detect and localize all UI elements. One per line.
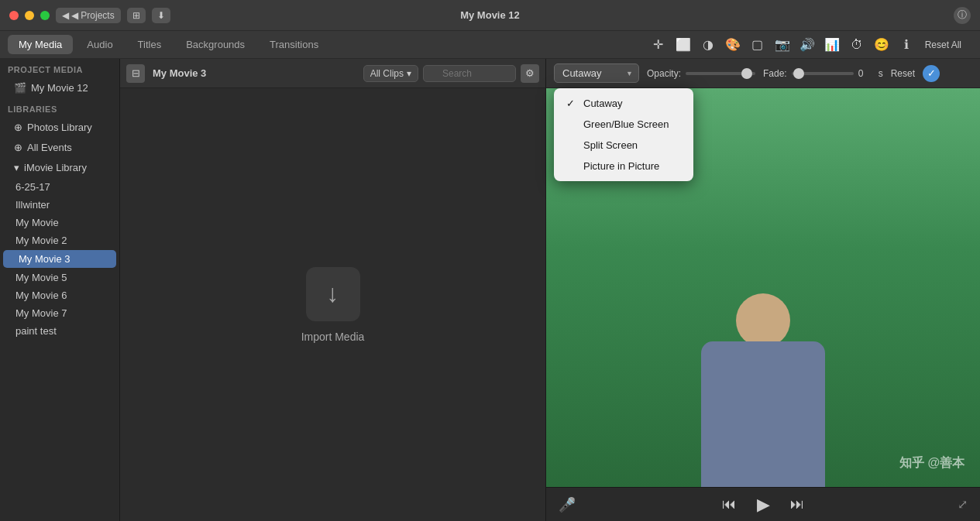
watermark: 知乎 @善本	[899, 455, 965, 471]
opacity-slider[interactable]	[686, 72, 755, 75]
clips-dropdown-label: All Clips	[370, 68, 404, 79]
search-input[interactable]	[423, 65, 516, 82]
minimize-button[interactable]	[25, 11, 34, 20]
tab-my-media[interactable]: My Media	[8, 35, 73, 54]
opacity-section: Opacity:	[647, 68, 755, 79]
split-screen-label: Split Screen	[583, 139, 638, 151]
back-button[interactable]: ◀ ◀ Projects	[56, 8, 121, 23]
reset-all-button[interactable]: Reset All	[920, 37, 966, 53]
dropdown-item-split-screen[interactable]: Split Screen	[554, 135, 693, 156]
face-tool-icon[interactable]: 😊	[871, 34, 892, 56]
paint-tool-icon[interactable]: 🎨	[722, 34, 744, 56]
sidebar-item-my-movie-12[interactable]: 🎬 My Movie 12	[3, 78, 116, 98]
cutaway-section: Cutaway ✓ Cutaway Green/Blue Screen Spli…	[546, 59, 980, 88]
camera-tool-icon[interactable]: 📷	[772, 34, 793, 56]
select-tool-icon[interactable]: ✛	[648, 34, 669, 56]
sidebar-sub-6-25-17[interactable]: 6-25-17	[0, 178, 119, 196]
sidebar-item-photos-library[interactable]: ⊕ Photos Library	[3, 118, 116, 137]
person-figure	[616, 286, 910, 487]
traffic-lights	[9, 11, 50, 20]
clips-dropdown[interactable]: All Clips ▾	[363, 65, 418, 82]
tab-backgrounds[interactable]: Backgrounds	[175, 35, 256, 54]
sidebar-sub-my-movie-2[interactable]: My Movie 2	[0, 231, 119, 249]
confirm-button[interactable]: ✓	[923, 65, 940, 82]
layout-toggle-button[interactable]: ⊞	[127, 8, 146, 23]
clock-tool-icon[interactable]: ⏱	[846, 34, 868, 56]
opacity-label: Opacity:	[647, 68, 681, 79]
sidebar-sub-my-movie-5[interactable]: My Movie 5	[0, 269, 119, 286]
import-arrow-icon: ↓	[306, 267, 360, 321]
sidebar-sub-paint-test[interactable]: paint test	[0, 322, 119, 340]
sidebar-sub-my-movie-7[interactable]: My Movie 7	[0, 304, 119, 322]
play-button[interactable]: ▶	[752, 494, 774, 516]
person-head	[736, 293, 790, 348]
fullscreen-button[interactable]	[40, 11, 50, 20]
cutaway-check-icon: ✓	[566, 98, 577, 109]
fade-slider[interactable]	[792, 72, 854, 75]
title-bar-right: ⓘ	[954, 7, 971, 24]
crop-tool-icon[interactable]: ⬜	[672, 34, 694, 56]
sidebar-sub-my-movie[interactable]: My Movie	[0, 214, 119, 231]
cutaway-selected-label: Cutaway	[562, 67, 602, 79]
tab-titles[interactable]: Titles	[127, 35, 173, 54]
color-tool-icon[interactable]: ◑	[697, 34, 719, 56]
pip-label: Picture in Picture	[583, 160, 659, 172]
audio-tool-icon[interactable]: 🔊	[796, 34, 818, 56]
settings-gear-icon[interactable]: ⚙	[521, 64, 539, 83]
sidebar-item-all-events[interactable]: ⊕ All Events	[3, 138, 116, 157]
download-button[interactable]: ⬇	[152, 8, 170, 23]
chart-tool-icon[interactable]: 📊	[821, 34, 843, 56]
sidebar-project-label: My Movie 12	[31, 82, 88, 94]
frame-tool-icon[interactable]: ▢	[747, 34, 769, 56]
sidebar-sub-illwinter[interactable]: Illwinter	[0, 196, 119, 214]
back-arrow-icon: ◀	[62, 10, 69, 21]
green-blue-screen-label: Green/Blue Screen	[583, 118, 669, 130]
microphone-icon[interactable]: 🎤	[559, 496, 576, 513]
fade-unit: s	[879, 68, 883, 79]
project-media-section-title: PROJECT MEDIA	[0, 59, 119, 77]
person-body	[701, 341, 825, 487]
panel-title: My Movie 3	[153, 67, 359, 79]
center-toolbar: ⊟ My Movie 3 All Clips ▾ 🔍 ⚙	[120, 59, 545, 88]
import-area[interactable]: ↓ Import Media	[120, 88, 545, 521]
import-label: Import Media	[301, 331, 365, 343]
sidebar-sub-my-movie-6[interactable]: My Movie 6	[0, 286, 119, 304]
cutaway-option-label: Cutaway	[583, 98, 623, 109]
movie-icon: 🎬	[14, 82, 26, 94]
library-expand-icon: ▾	[14, 162, 19, 173]
main-content: PROJECT MEDIA 🎬 My Movie 12 LIBRARIES ⊕ …	[0, 59, 980, 521]
dropdown-item-green-blue-screen[interactable]: Green/Blue Screen	[554, 114, 693, 135]
title-bar: ◀ ◀ Projects ⊞ ⬇ My Movie 12 ⓘ	[0, 0, 980, 31]
layout-toggle-icon[interactable]: ⊟	[126, 64, 145, 83]
dropdown-item-picture-in-picture[interactable]: Picture in Picture	[554, 156, 693, 177]
fade-section: Fade: 0 s	[763, 68, 883, 79]
libraries-section-title: LIBRARIES	[0, 98, 119, 117]
sidebar-sub-my-movie-3[interactable]: My Movie 3	[3, 250, 116, 268]
tab-bar: My Media Audio Titles Backgrounds Transi…	[0, 31, 980, 59]
back-button-label: ◀ Projects	[71, 10, 115, 21]
clips-dropdown-arrow: ▾	[407, 68, 411, 79]
photos-icon: ⊕	[14, 122, 22, 133]
all-events-label: All Events	[27, 142, 72, 153]
window-title: My Movie 12	[460, 9, 520, 21]
cutaway-dropdown[interactable]: Cutaway	[554, 63, 639, 83]
close-button[interactable]	[9, 11, 19, 20]
tab-audio[interactable]: Audio	[76, 35, 123, 54]
sidebar-item-imovie-library[interactable]: ▾ iMovie Library	[3, 158, 116, 177]
fade-label: Fade:	[763, 68, 787, 79]
info-button[interactable]: ⓘ	[954, 7, 971, 24]
playback-controls: 🎤 ⏮ ▶ ⏭ ⤢	[546, 487, 980, 521]
title-bar-left: ◀ ◀ Projects ⊞ ⬇	[9, 8, 170, 23]
search-wrapper: 🔍	[423, 65, 516, 82]
skip-forward-button[interactable]: ⏭	[786, 494, 808, 516]
right-panel: Cutaway ✓ Cutaway Green/Blue Screen Spli…	[546, 59, 980, 521]
imovie-library-label: iMovie Library	[24, 162, 87, 173]
reset-button[interactable]: Reset	[891, 68, 915, 79]
skip-back-button[interactable]: ⏮	[718, 494, 740, 516]
sidebar: PROJECT MEDIA 🎬 My Movie 12 LIBRARIES ⊕ …	[0, 59, 120, 521]
tab-transitions[interactable]: Transitions	[259, 35, 329, 54]
cutaway-dropdown-menu: ✓ Cutaway Green/Blue Screen Split Screen…	[554, 88, 693, 181]
dropdown-item-cutaway[interactable]: ✓ Cutaway	[554, 93, 693, 114]
info-tool-icon[interactable]: ℹ	[896, 34, 917, 56]
fullscreen-icon[interactable]: ⤢	[958, 497, 968, 512]
